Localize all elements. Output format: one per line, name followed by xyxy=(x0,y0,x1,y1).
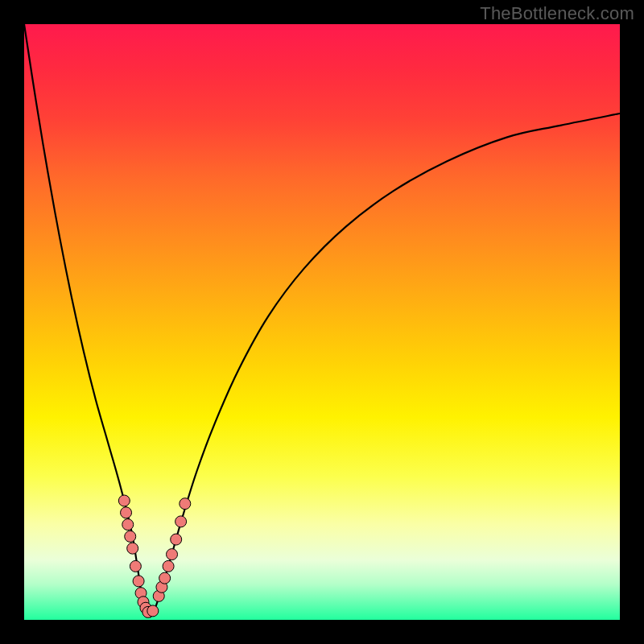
chart-svg xyxy=(24,24,620,620)
data-marker xyxy=(147,605,159,617)
data-marker xyxy=(127,543,138,554)
watermark-text: TheBottleneck.com xyxy=(480,3,634,24)
chart-frame: TheBottleneck.com xyxy=(0,0,644,644)
data-marker xyxy=(121,507,132,518)
marker-group xyxy=(118,495,190,617)
data-marker xyxy=(130,560,141,572)
data-marker xyxy=(125,530,136,542)
data-marker xyxy=(159,572,171,584)
data-marker xyxy=(118,495,130,506)
data-marker xyxy=(133,576,144,587)
data-marker xyxy=(175,516,187,527)
plot-area xyxy=(24,24,620,620)
curve-group xyxy=(24,24,620,617)
data-marker xyxy=(167,549,178,560)
data-marker xyxy=(122,519,134,530)
data-marker xyxy=(171,534,182,545)
data-marker xyxy=(180,498,191,510)
data-marker xyxy=(163,560,174,572)
curve-right-curve xyxy=(151,114,620,617)
